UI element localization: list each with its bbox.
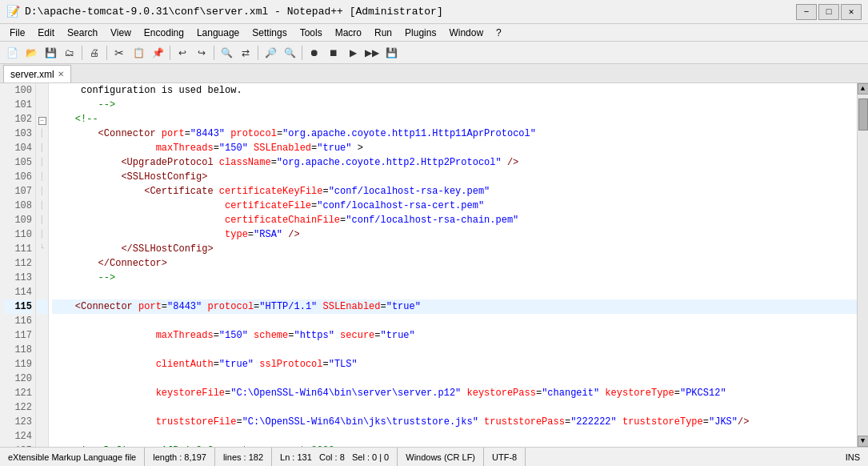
status-encoding[interactable]: UTF-8	[484, 448, 526, 466]
code-line-116	[52, 314, 857, 328]
toolbar-separator-3	[170, 46, 170, 60]
status-file-type: eXtensible Markup Language file	[0, 448, 145, 466]
title-bar: 📝 D:\apache-tomcat-9.0.31\conf\server.xm…	[0, 0, 868, 24]
menu-search[interactable]: Search	[61, 26, 104, 40]
status-line-ending[interactable]: Windows (CR LF)	[398, 448, 484, 466]
menu-run[interactable]: Run	[368, 26, 398, 40]
maximize-button[interactable]: □	[818, 4, 839, 20]
macro-stop-button[interactable]: ⏹	[325, 44, 342, 62]
code-line-115: <Connector port="8443" protocol="HTTP/1.…	[52, 299, 857, 314]
code-line-121: keystoreFile="C:\OpenSSL-Win64\bin\serve…	[52, 386, 857, 400]
code-line-105: <UpgradeProtocol className="org.apache.c…	[52, 155, 857, 170]
status-bar: eXtensible Markup Language file length :…	[0, 447, 868, 466]
zoom-out-button[interactable]: 🔍	[281, 44, 298, 62]
status-length: length : 8,197	[145, 448, 215, 466]
title-text: D:\apache-tomcat-9.0.31\conf\server.xml …	[25, 6, 443, 18]
toolbar-separator-6	[302, 46, 302, 60]
find-button[interactable]: 🔍	[218, 44, 235, 62]
code-line-102: <!--	[52, 112, 857, 127]
scroll-thumb[interactable]	[858, 98, 868, 131]
fold-margin: − │ │ │ │ │ │ │ │ └	[36, 83, 49, 447]
tab-close-icon[interactable]: ✕	[58, 70, 64, 78]
redo-button[interactable]: ↪	[193, 44, 210, 62]
zoom-in-button[interactable]: 🔎	[262, 44, 279, 62]
minimize-button[interactable]: −	[796, 4, 817, 20]
code-line-107: <Certificate certificateKeyFile="conf/lo…	[52, 184, 857, 199]
status-lines: lines : 182	[215, 448, 272, 466]
macro-record-button[interactable]: ⏺	[306, 44, 323, 62]
scroll-track[interactable]	[858, 94, 869, 436]
save-button[interactable]: 💾	[42, 44, 59, 62]
close-button[interactable]: ✕	[841, 4, 862, 20]
menu-settings[interactable]: Settings	[246, 26, 293, 40]
status-insert-mode[interactable]: INS	[838, 448, 868, 466]
macro-play-button[interactable]: ▶	[344, 44, 362, 62]
cut-button[interactable]: ✂	[110, 44, 128, 62]
toolbar-separator-2	[106, 46, 107, 60]
menu-bar: File Edit Search View Encoding Language …	[0, 24, 868, 42]
copy-button[interactable]: 📋	[130, 44, 147, 62]
code-line-108: certificateFile="conf/localhost-rsa-cert…	[52, 199, 857, 213]
toolbar-separator-5	[258, 46, 258, 60]
toolbar: 📄 📂 💾 🗂 🖨 ✂ 📋 📌 ↩ ↪ 🔍 ⇄ 🔎 🔍 ⏺ ⏹ ▶ ▶▶ 💾	[0, 42, 868, 64]
menu-file[interactable]: File	[3, 26, 31, 40]
fold-indicator-102[interactable]: −	[38, 117, 46, 125]
status-position: Ln : 131 Col : 8 Sel : 0 | 0	[272, 448, 398, 466]
code-line-118	[52, 343, 857, 357]
code-line-124	[52, 429, 857, 444]
menu-encoding[interactable]: Encoding	[138, 26, 190, 40]
code-line-106: <SSLHostConfig>	[52, 170, 857, 184]
tab-label: server.xml	[10, 69, 54, 80]
undo-button[interactable]: ↩	[174, 44, 191, 62]
scroll-down-button[interactable]: ▼	[858, 436, 869, 447]
tab-server-xml[interactable]: server.xml ✕	[3, 65, 71, 82]
title-controls: − □ ✕	[796, 4, 862, 20]
code-line-110: type="RSA" />	[52, 227, 857, 242]
print-button[interactable]: 🖨	[86, 44, 103, 62]
editor: 100 101 102 103 104 105 106 107 108 109 …	[0, 83, 868, 447]
open-button[interactable]: 📂	[22, 44, 40, 62]
code-area[interactable]: configuration is used below. --> <!-- <C…	[49, 83, 857, 447]
new-button[interactable]: 📄	[3, 44, 21, 62]
scroll-up-button[interactable]: ▲	[858, 83, 869, 94]
macro-save-button[interactable]: 💾	[382, 44, 400, 62]
toolbar-separator-4	[214, 46, 214, 60]
save-all-button[interactable]: 🗂	[61, 44, 78, 62]
macro-run-times-button[interactable]: ▶▶	[363, 44, 381, 62]
code-line-120	[52, 372, 857, 386]
vertical-scrollbar[interactable]: ▲ ▼	[857, 83, 868, 447]
code-line-117: maxThreads="150" scheme="https" secure="…	[52, 328, 857, 343]
line-numbers: 100 101 102 103 104 105 106 107 108 109 …	[0, 83, 36, 447]
toolbar-separator-1	[82, 46, 82, 60]
menu-window[interactable]: Window	[442, 26, 490, 40]
menu-tools[interactable]: Tools	[294, 26, 329, 40]
code-line-109: certificateChainFile="conf/localhost-rsa…	[52, 213, 857, 227]
menu-language[interactable]: Language	[190, 26, 246, 40]
code-line-113: -->	[52, 271, 857, 285]
code-line-125: <!-- Define an AJP 1.3 Connector on port…	[52, 444, 857, 447]
code-line-111: </SSLHostConfig>	[52, 242, 857, 256]
code-line-123: truststoreFile="C:\OpenSSL-Win64\bin\jks…	[52, 415, 857, 429]
menu-plugins[interactable]: Plugins	[398, 26, 442, 40]
menu-macro[interactable]: Macro	[329, 26, 368, 40]
code-line-119: clientAuth="true" sslProtocol="TLS"	[52, 357, 857, 372]
code-line-101: -->	[52, 98, 857, 112]
replace-button[interactable]: ⇄	[237, 44, 254, 62]
code-line-103: <Connector port="8443" protocol="org.apa…	[52, 127, 857, 141]
paste-button[interactable]: 📌	[149, 44, 166, 62]
code-line-114	[52, 285, 857, 299]
menu-help[interactable]: ?	[490, 26, 508, 40]
code-line-104: maxThreads="150" SSLEnabled="true" >	[52, 141, 857, 155]
code-line-112: </Connector>	[52, 256, 857, 271]
code-line-100: configuration is used below.	[52, 83, 857, 98]
code-line-122	[52, 400, 857, 415]
tab-bar: server.xml ✕	[0, 64, 868, 83]
menu-view[interactable]: View	[104, 26, 138, 40]
menu-edit[interactable]: Edit	[31, 26, 61, 40]
